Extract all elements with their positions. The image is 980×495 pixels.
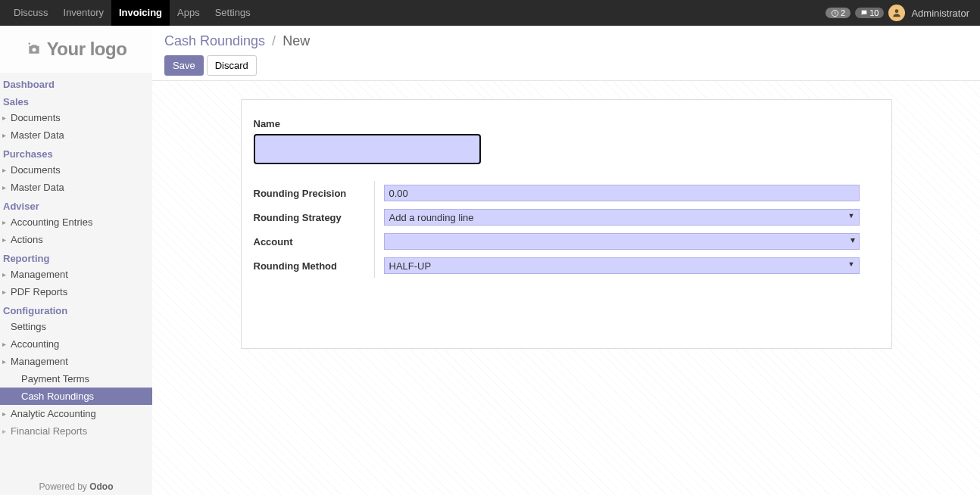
menu-accounting-entries[interactable]: Accounting Entries [0,213,152,231]
menu-payment-terms[interactable]: Payment Terms [0,370,152,388]
breadcrumb-sep: / [269,33,279,48]
name-input[interactable] [254,134,481,164]
nav-apps[interactable]: Apps [170,0,208,26]
menu-dashboard[interactable]: Dashboard [0,74,152,92]
menu-purchases[interactable]: Purchases [0,144,152,161]
nav-left: Discuss Inventory Invoicing Apps Setting… [6,0,258,26]
nav-discuss[interactable]: Discuss [6,0,56,26]
breadcrumb-bar: Cash Roundings / New Save Discard [152,26,980,81]
menu-cash-roundings[interactable]: Cash Roundings [0,388,152,405]
menu-sales[interactable]: Sales [0,92,152,109]
rounding-strategy-label: Rounding Strategy [254,212,342,223]
menu-reporting[interactable]: Reporting [0,248,152,266]
form-area: Name Rounding Precision Rounding Strateg… [152,81,980,495]
menu-config-management[interactable]: Management [0,353,152,370]
breadcrumb: Cash Roundings / New [164,33,968,49]
sidebar-menu: Dashboard Sales Documents Master Data Pu… [0,73,152,478]
messages-count: 10 [869,8,879,17]
avatar[interactable] [888,5,905,21]
rounding-method-label: Rounding Method [254,260,337,272]
sidebar: Your logo Dashboard Sales Documents Mast… [0,26,152,495]
discard-button[interactable]: Discard [207,55,257,76]
name-label: Name [254,118,879,129]
menu-management[interactable]: Management [0,266,152,283]
activity-badge[interactable]: 2 [826,8,850,18]
messages-badge[interactable]: 10 [855,8,884,18]
menu-config-settings[interactable]: Settings [0,318,152,335]
action-buttons: Save Discard [164,55,968,76]
svg-point-2 [32,48,36,51]
camera-icon [26,42,42,57]
rounding-precision-input[interactable] [384,185,860,201]
menu-actions[interactable]: Actions [0,231,152,248]
breadcrumb-current: New [282,33,310,48]
username-label[interactable]: Administrator [910,8,974,19]
menu-sales-documents[interactable]: Documents [0,109,152,126]
top-navbar: Discuss Inventory Invoicing Apps Setting… [0,0,980,26]
form-sheet: Name Rounding Precision Rounding Strateg… [241,99,892,349]
activity-count: 2 [841,8,845,17]
menu-analytic-accounting[interactable]: Analytic Accounting [0,405,152,422]
menu-pdf-reports[interactable]: PDF Reports [0,283,152,300]
menu-purchases-documents[interactable]: Documents [0,161,152,179]
rounding-strategy-select[interactable]: Add a rounding line [384,209,860,226]
menu-config-accounting[interactable]: Accounting [0,335,152,353]
svg-point-1 [895,9,899,13]
chat-icon [860,9,868,17]
save-button[interactable]: Save [164,55,204,76]
menu-purchases-masterdata[interactable]: Master Data [0,179,152,196]
nav-inventory[interactable]: Inventory [56,0,111,26]
logo-text: Your logo [47,39,127,60]
user-icon [891,8,902,18]
menu-financial-reports[interactable]: Financial Reports [0,422,152,440]
nav-settings[interactable]: Settings [208,0,258,26]
nav-right: 2 10 Administrator [826,5,974,21]
content-area: Cash Roundings / New Save Discard Name [152,26,980,495]
rounding-precision-label: Rounding Precision [254,188,347,199]
account-input[interactable] [384,233,860,250]
account-label: Account [254,236,293,248]
menu-sales-masterdata[interactable]: Master Data [0,126,152,144]
breadcrumb-link[interactable]: Cash Roundings [164,33,265,48]
clock-icon [831,9,839,17]
nav-invoicing[interactable]: Invoicing [111,0,170,26]
rounding-method-select[interactable]: HALF-UP [384,257,860,274]
powered-by: Powered by Odoo [0,478,152,495]
logo-area[interactable]: Your logo [0,26,152,73]
menu-adviser[interactable]: Adviser [0,196,152,213]
menu-configuration[interactable]: Configuration [0,300,152,318]
